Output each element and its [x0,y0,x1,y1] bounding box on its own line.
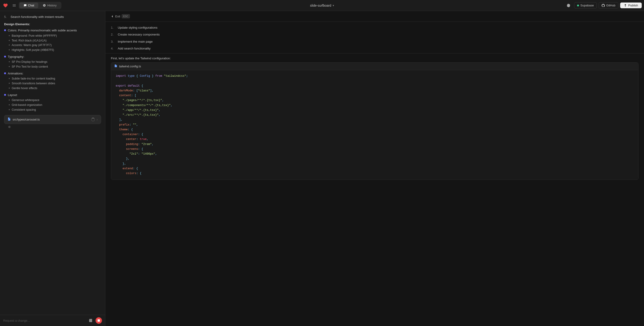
code-block: tailwind.config.ts import type { Config … [111,62,638,180]
typography-label: Typography: [8,54,24,59]
typography-sub-text-1: SF Pro Text for body content [12,64,48,69]
sub-dot [9,61,10,62]
step-text: Implement the main page [118,40,152,44]
project-name: slide-surfboard [310,4,331,7]
code-body[interactable]: import type { Config } from "tailwindcss… [111,70,638,180]
chat-content: 5. Search functionality with instant res… [0,11,105,315]
code-file-name: tailwind.config.ts [119,64,141,68]
svg-rect-1 [12,5,16,6]
stop-button[interactable] [96,317,102,324]
colors-sub-text-1: Text: Rich black (#1A1A1A) [12,38,46,43]
animations-sub-0: Subtle fade-ins for content loading [9,76,101,81]
step-2: 2. Create necessary components [111,32,638,37]
layout-sub-1: Grid-based organization [9,103,101,107]
topbar: Chat History slide-surfboard ▾ Supabase [0,0,644,11]
sub-dot [9,109,10,110]
animations-sub-text-2: Gentle hover effects [12,86,37,90]
colors-main: Colors: Primarily monochromatic with sub… [4,28,101,33]
publish-icon [624,4,627,7]
colors-sub-text-0: Background: Pure white (#FFFFFF) [12,34,57,38]
step-text: Create necessary components [118,32,160,37]
step-text: Add search functionality [118,46,150,51]
supabase-status-dot [577,4,579,6]
tab-history[interactable]: History [39,2,60,8]
sub-dot [9,35,10,36]
tab-chat[interactable]: Chat [20,2,38,8]
exit-label: Exit [115,15,120,18]
bullet-dot [4,72,6,74]
design-elements-header: Design Elements: [4,22,101,26]
typography-sub-text-0: SF Pro Display for headings [12,60,48,64]
file-chip-name: src/types/carousel.ts [12,118,89,121]
topbar-right: Supabase GitHub Publish [565,2,642,9]
attachment-icon [89,319,92,322]
request-input[interactable] [3,319,86,322]
list-number: 5. [4,15,9,19]
chevron-right-icon: › [97,118,98,121]
layout-sub-0: Generous whitespace [9,98,101,102]
sub-dot [9,49,10,50]
layout-main: Layout: [4,93,101,97]
colors-sub-text-3: Highlights: Soft purple (#9B87F5) [12,48,54,52]
exit-button[interactable]: Exit ESC [109,13,132,19]
layout-sub-text-0: Generous whitespace [12,98,40,102]
animations-sub-text-1: Smooth transitions between slides [12,81,55,86]
sub-dot [9,66,10,67]
history-icon [43,4,46,7]
github-button[interactable]: GitHub [599,2,618,8]
project-name-area: slide-surfboard ▾ [310,4,334,7]
step-num: 2. [111,32,116,37]
left-panel: 5. Search functionality with instant res… [0,11,106,326]
layout-group: Layout: Generous whitespace Grid-based o… [4,93,101,112]
layout-sub-2: Consistent spacing [9,108,101,112]
logo [2,2,9,9]
colors-sub-3: Highlights: Soft purple (#9B87F5) [9,48,101,52]
animations-sub-2: Gentle hover effects [9,86,101,90]
layout-sub-text-2: Consistent spacing [12,108,36,112]
chevron-down-icon[interactable]: ▾ [333,4,334,7]
sub-dot [9,78,10,79]
sub-dot [9,88,10,89]
typography-group: Typography: SF Pro Display for headings … [4,54,101,69]
layout-sub-text-1: Grid-based organization [12,103,42,107]
animations-group: Animations: Subtle fade-ins for content … [4,71,101,90]
colors-sub-text-2: Accents: Warm gray (#F7F7F7) [12,43,52,48]
bullet-dot [4,56,6,58]
typography-sub-0: SF Pro Display for headings [9,60,101,64]
step-3: 3. Implement the main page [111,40,638,44]
settings-icon [567,4,570,7]
right-panel: Exit ESC 1. Update styling configuration… [106,11,644,326]
esc-badge: ESC [122,14,130,18]
svg-rect-2 [12,6,16,7]
typography-main: Typography: [4,54,101,59]
file-chip[interactable]: src/types/carousel.ts › [4,115,101,124]
chat-icon [24,4,26,7]
sub-dot [9,40,10,41]
tab-group: Chat History [19,2,62,9]
loading-spinner [91,118,95,122]
attachment-button[interactable] [87,317,94,324]
github-icon [602,4,605,7]
file-code-icon [114,64,117,68]
animations-sub-1: Smooth transitions between slides [9,81,101,86]
settings-button[interactable] [565,2,572,9]
supabase-button[interactable]: Supabase [574,2,597,8]
svg-rect-0 [12,4,16,5]
publish-button[interactable]: Publish [620,2,642,8]
sub-dot [9,83,10,84]
editor-topbar: Exit ESC [106,11,644,22]
colors-sub-1: Text: Rich black (#1A1A1A) [9,38,101,43]
section-label: First, let's update the Tailwind configu… [106,54,644,62]
arrow-left-icon [111,15,114,18]
sidebar-toggle[interactable] [11,2,18,9]
step-num: 4. [111,46,116,51]
sub-dot [9,100,10,100]
main-layout: 5. Search functionality with instant res… [0,11,644,326]
list-item: 5. Search functionality with instant res… [4,15,101,19]
step-num: 1. [111,26,116,30]
status-indicator [8,126,10,128]
bullet-dot [4,29,6,31]
code-icon [8,118,11,122]
animations-label: Animations: [8,71,23,76]
stop-icon [98,319,100,322]
